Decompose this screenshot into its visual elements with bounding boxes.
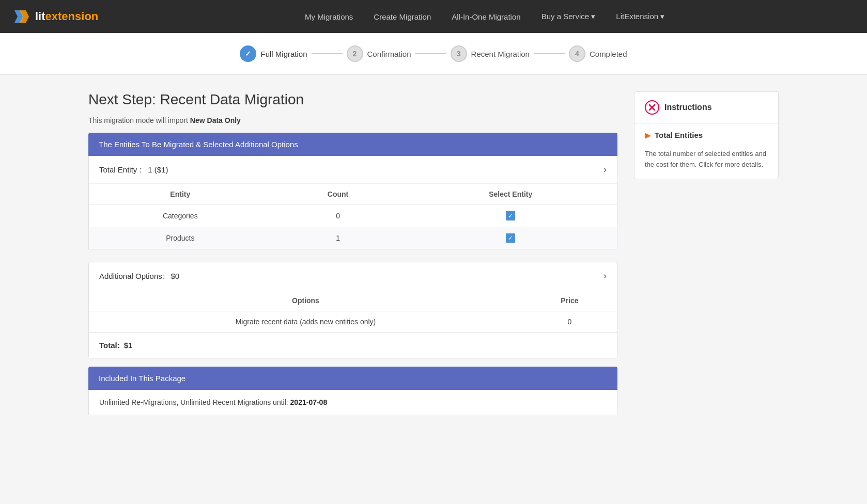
table-row: Products 1 ✓ <box>89 227 617 249</box>
step-connector-3 <box>534 53 565 54</box>
nav-buy-service[interactable]: Buy a Service <box>533 8 604 25</box>
svg-line-6 <box>652 107 655 110</box>
count-col-header: Count <box>272 184 405 205</box>
total-label: Total: <box>99 341 120 350</box>
entity-count: 0 <box>272 205 405 227</box>
select-col-header: Select Entity <box>404 184 617 205</box>
step-4-circle: 4 <box>569 45 585 62</box>
entities-header: The Entities To Be Migrated & Selected A… <box>88 133 617 156</box>
step-completed: 4 Completed <box>569 45 627 62</box>
sidebar-section-title: ▶ Total Entities <box>634 123 778 147</box>
subtitle-pre: This migration mode will import <box>88 116 190 124</box>
entity-select[interactable]: ✓ <box>404 205 617 227</box>
step-full-migration: ✓ Full Migration <box>240 45 307 62</box>
option-price: 0 <box>522 311 617 333</box>
brand-name: litextension <box>35 10 98 23</box>
step-3-label: Recent Migration <box>471 50 530 58</box>
entities-body: Total Entity : 1 ($1) › Entity Count Sel… <box>88 156 617 249</box>
navbar: litextension My Migrations Create Migrat… <box>0 0 867 33</box>
checkbox-products[interactable]: ✓ <box>506 233 515 243</box>
step-connector-2 <box>415 53 446 54</box>
additional-row[interactable]: Additional Options: $0 › <box>89 262 617 290</box>
options-table: Options Price Migrate recent data (adds … <box>89 290 617 332</box>
subtitle-bold: New Data Only <box>190 116 241 124</box>
nav-create-migration[interactable]: Create Migration <box>365 8 439 25</box>
page-title: Next Step: Recent Data Migration <box>88 91 617 108</box>
nav-my-migrations[interactable]: My Migrations <box>297 8 361 25</box>
additional-chevron: › <box>603 271 607 281</box>
entity-table: Entity Count Select Entity Categories 0 … <box>89 184 617 249</box>
step-4-label: Completed <box>590 50 627 58</box>
sidebar: Instructions ▶ Total Entities The total … <box>634 91 779 179</box>
step-connector-1 <box>312 53 343 54</box>
nav-links: My Migrations Create Migration All-In-On… <box>115 8 855 25</box>
price-col-header: Price <box>522 290 617 311</box>
total-entity-chevron: › <box>603 164 607 175</box>
package-section: Included In This Package Unlimited Re-Mi… <box>88 367 617 415</box>
total-entity-row[interactable]: Total Entity : 1 ($1) › <box>89 156 617 184</box>
step-confirmation: 2 Confirmation <box>347 45 411 62</box>
entity-count: 1 <box>272 227 405 249</box>
total-value: $1 <box>124 341 133 350</box>
step-recent-migration: 3 Recent Migration <box>451 45 530 62</box>
additional-label: Additional Options: $0 <box>99 272 179 280</box>
package-header: Included In This Package <box>88 367 617 390</box>
entity-name: Products <box>89 227 272 249</box>
sidebar-section-name: Total Entities <box>655 131 703 139</box>
nav-all-in-one[interactable]: All-In-One Migration <box>443 8 529 25</box>
additional-section: Additional Options: $0 › Options Price <box>88 262 617 358</box>
step-2-circle: 2 <box>347 45 363 62</box>
step-1-label: Full Migration <box>260 50 307 58</box>
entity-name: Categories <box>89 205 272 227</box>
step-2-label: Confirmation <box>367 50 411 58</box>
option-name: Migrate recent data (adds new entities o… <box>89 311 522 333</box>
instructions-icon <box>645 100 659 115</box>
orange-arrow-icon: ▶ <box>645 131 651 139</box>
checkbox-categories[interactable]: ✓ <box>506 211 515 220</box>
nav-litextension[interactable]: LitExtension <box>608 8 673 25</box>
package-text: Unlimited Re-Migrations, Unlimited Recen… <box>88 390 617 415</box>
options-col-header: Options <box>89 290 522 311</box>
brand-logo-icon <box>12 7 31 26</box>
package-text-bold: 2021-07-08 <box>290 398 328 406</box>
total-entity-label: Total Entity : 1 ($1) <box>99 165 168 174</box>
page-subtitle: This migration mode will import New Data… <box>88 116 617 124</box>
main-layout: Next Step: Recent Data Migration This mi… <box>72 91 795 415</box>
entity-select[interactable]: ✓ <box>404 227 617 249</box>
table-row: Migrate recent data (adds new entities o… <box>89 311 617 333</box>
step-1-circle: ✓ <box>240 45 256 62</box>
total-row: Total: $1 <box>89 332 617 358</box>
sidebar-title: Instructions <box>664 103 712 112</box>
entity-col-header: Entity <box>89 184 272 205</box>
content-area: Next Step: Recent Data Migration This mi… <box>88 91 617 415</box>
package-text-pre: Unlimited Re-Migrations, Unlimited Recen… <box>99 398 290 406</box>
steps-bar: ✓ Full Migration 2 Confirmation 3 Recent… <box>0 33 867 75</box>
section-gap <box>88 249 617 262</box>
sidebar-header: Instructions <box>634 92 778 123</box>
entities-section: The Entities To Be Migrated & Selected A… <box>88 133 617 249</box>
additional-body: Additional Options: $0 › Options Price <box>88 262 617 358</box>
step-3-circle: 3 <box>451 45 467 62</box>
sidebar-body: The total number of selected entities an… <box>634 147 778 179</box>
table-row: Categories 0 ✓ <box>89 205 617 227</box>
brand-logo-container[interactable]: litextension <box>12 7 98 26</box>
